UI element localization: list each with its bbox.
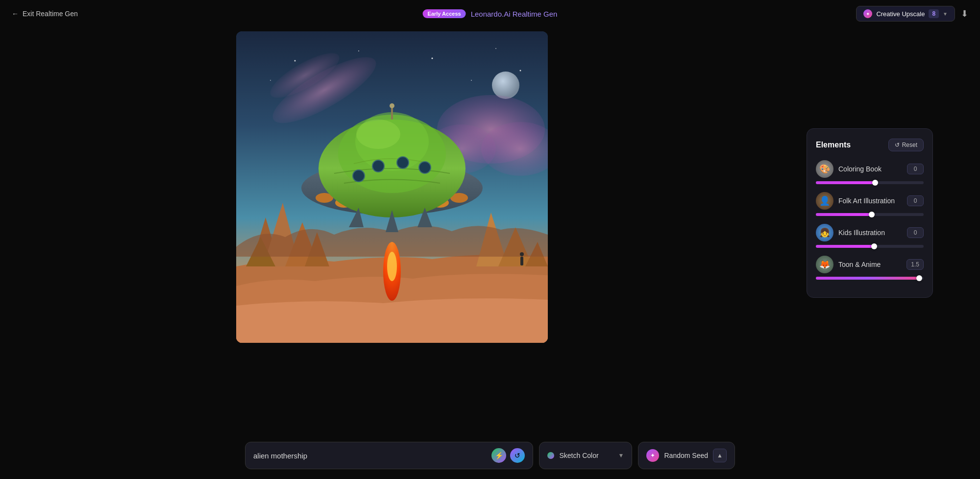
reset-label: Reset [902, 142, 917, 148]
element-value-toon: 1.5 [906, 259, 924, 270]
element-value-coloring-book: 0 [907, 164, 924, 174]
element-row-toon: 🦊 Toon & Anime 1.5 [816, 256, 924, 280]
svg-point-15 [387, 252, 397, 281]
avatar-folk-art: 👤 [816, 192, 833, 210]
element-label-toon: Toon & Anime [838, 261, 902, 268]
creative-upscale-button[interactable]: ✦ Creative Upscale 8 ▼ [856, 6, 955, 22]
exit-button[interactable]: ← Exit Realtime Gen [12, 10, 78, 18]
svg-point-33 [419, 162, 431, 173]
slider-thumb-toon [916, 275, 922, 281]
element-slider-toon[interactable] [816, 277, 924, 280]
style-chevron-icon: ▼ [618, 452, 624, 459]
main-image [236, 31, 548, 343]
svg-point-29 [390, 103, 394, 108]
slider-thumb-kids [871, 243, 877, 249]
elements-panel: Elements ↺ Reset 🎨 Coloring Book 0 👤 Fol… [807, 128, 933, 298]
svg-point-3 [432, 58, 433, 59]
seed-icon: ✦ [646, 449, 659, 462]
svg-point-27 [356, 120, 400, 149]
panel-title: Elements [816, 141, 851, 149]
style-label: Sketch Color [559, 452, 613, 459]
svg-point-6 [270, 80, 271, 81]
element-value-folk-art: 0 [907, 195, 924, 206]
chevron-down-icon: ▼ [943, 11, 948, 17]
element-row-kids: 👧 Kids Illustration 0 [816, 224, 924, 248]
svg-point-32 [397, 157, 409, 168]
prompt-input[interactable] [253, 452, 491, 460]
download-button[interactable]: ⬇ [961, 8, 968, 19]
bottom-bar: ⚡ ↺ Sketch Color ▼ ✦ Random Seed ▲ [245, 442, 735, 469]
element-value-kids: 0 [907, 227, 924, 238]
slider-fill-coloring-book [816, 181, 875, 184]
element-row-coloring-book: 🎨 Coloring Book 0 [816, 160, 924, 184]
header-right: ✦ Creative Upscale 8 ▼ ⬇ [856, 6, 968, 22]
svg-point-8 [492, 72, 519, 99]
element-slider-coloring-book[interactable] [816, 181, 924, 184]
svg-point-5 [520, 70, 521, 72]
svg-point-35 [520, 252, 524, 256]
seed-chevron-up-icon[interactable]: ▲ [713, 449, 727, 462]
seed-label: Random Seed [664, 452, 708, 459]
upscale-icon: ✦ [863, 9, 872, 18]
ufo-illustration [236, 31, 548, 343]
header-title: Leonardo.Ai Realtime Gen [471, 10, 558, 18]
exit-icon: ← [12, 10, 19, 18]
exit-label: Exit Realtime Gen [23, 10, 78, 18]
slider-thumb-coloring-book [872, 180, 878, 186]
slider-fill-kids [816, 245, 874, 248]
svg-point-31 [372, 160, 384, 172]
slider-fill-folk-art [816, 213, 872, 216]
element-slider-folk-art[interactable] [816, 213, 924, 216]
element-row-top-kids: 👧 Kids Illustration 0 [816, 224, 924, 241]
element-row-folk-art: 👤 Folk Art Illustration 0 [816, 192, 924, 216]
header: ← Exit Realtime Gen Early Access Leonard… [0, 0, 980, 27]
prompt-icon-button-2[interactable]: ↺ [510, 448, 525, 463]
reset-icon: ↺ [895, 142, 900, 148]
style-dot-icon [547, 452, 554, 459]
element-row-top: 🎨 Coloring Book 0 [816, 160, 924, 178]
element-slider-kids[interactable] [816, 245, 924, 248]
svg-point-7 [471, 80, 472, 81]
early-access-badge: Early Access [423, 9, 466, 18]
svg-point-30 [353, 170, 365, 182]
element-label-kids: Kids Illustration [838, 229, 902, 237]
element-row-top-folk: 👤 Folk Art Illustration 0 [816, 192, 924, 210]
seed-button[interactable]: ✦ Random Seed ▲ [638, 442, 735, 469]
avatar-coloring-book: 🎨 [816, 160, 833, 178]
upscale-count-badge: 8 [929, 9, 939, 18]
element-label-coloring-book: Coloring Book [838, 165, 902, 173]
svg-point-1 [294, 60, 296, 62]
slider-fill-toon [816, 277, 919, 280]
header-title-highlight: Realtime Gen [513, 10, 558, 18]
svg-rect-34 [520, 257, 523, 265]
avatar-kids-illustration: 👧 [816, 224, 833, 241]
main-image-container [236, 31, 548, 343]
style-selector[interactable]: Sketch Color ▼ [539, 442, 632, 469]
header-left: ← Exit Realtime Gen [12, 10, 78, 18]
prompt-input-container: ⚡ ↺ [245, 442, 533, 469]
prompt-icon-button-1[interactable]: ⚡ [491, 448, 506, 463]
element-label-folk-art: Folk Art Illustration [838, 197, 902, 205]
svg-point-4 [495, 48, 496, 49]
svg-point-2 [358, 50, 359, 51]
reset-button[interactable]: ↺ Reset [888, 139, 924, 151]
creative-upscale-label: Creative Upscale [876, 10, 925, 18]
avatar-toon-anime: 🦊 [816, 256, 833, 273]
slider-thumb-folk-art [869, 212, 875, 217]
element-row-top-toon: 🦊 Toon & Anime 1.5 [816, 256, 924, 273]
panel-header: Elements ↺ Reset [816, 139, 924, 151]
download-icon: ⬇ [961, 9, 968, 19]
header-title-static: Leonardo.Ai [471, 10, 511, 18]
header-center: Early Access Leonardo.Ai Realtime Gen [423, 9, 558, 18]
prompt-icons: ⚡ ↺ [491, 448, 525, 463]
